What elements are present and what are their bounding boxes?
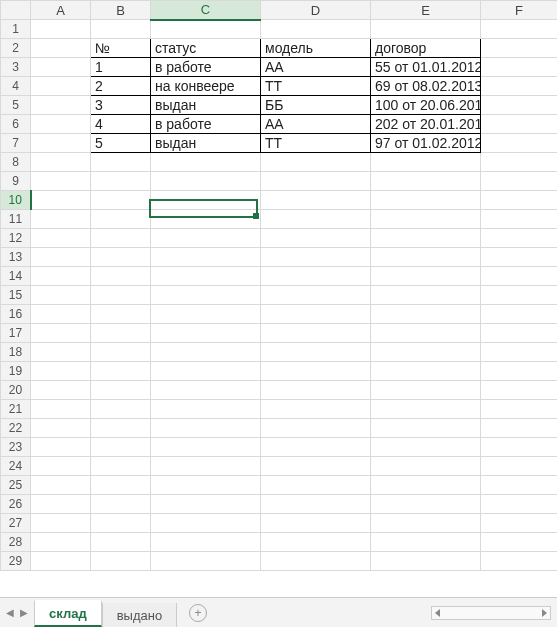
cell-C19[interactable] <box>151 362 261 381</box>
cell-F4[interactable] <box>481 77 558 96</box>
cell-C17[interactable] <box>151 324 261 343</box>
row-header-12[interactable]: 12 <box>1 229 31 248</box>
cell-A7[interactable] <box>31 134 91 153</box>
cell-C11[interactable] <box>151 210 261 229</box>
row-header-16[interactable]: 16 <box>1 305 31 324</box>
cell-F14[interactable] <box>481 267 558 286</box>
cell-D6[interactable]: АА <box>261 115 371 134</box>
cell-A17[interactable] <box>31 324 91 343</box>
cell-C13[interactable] <box>151 248 261 267</box>
cell-C8[interactable] <box>151 153 261 172</box>
cell-B26[interactable] <box>91 495 151 514</box>
row-header-26[interactable]: 26 <box>1 495 31 514</box>
cell-F17[interactable] <box>481 324 558 343</box>
cell-D18[interactable] <box>261 343 371 362</box>
cell-C26[interactable] <box>151 495 261 514</box>
row-header-24[interactable]: 24 <box>1 457 31 476</box>
row-header-21[interactable]: 21 <box>1 400 31 419</box>
row-header-22[interactable]: 22 <box>1 419 31 438</box>
cell-D12[interactable] <box>261 229 371 248</box>
cell-C9[interactable] <box>151 172 261 191</box>
cell-D22[interactable] <box>261 419 371 438</box>
cell-B2[interactable]: № <box>91 39 151 58</box>
cell-E18[interactable] <box>371 343 481 362</box>
spreadsheet-area[interactable]: ABCDEF 12№статусмодельдоговор31в работеА… <box>0 0 557 597</box>
cell-C5[interactable]: выдан <box>151 96 261 115</box>
cell-F16[interactable] <box>481 305 558 324</box>
cell-B17[interactable] <box>91 324 151 343</box>
cell-A9[interactable] <box>31 172 91 191</box>
cell-D16[interactable] <box>261 305 371 324</box>
cell-A1[interactable] <box>31 20 91 39</box>
cell-E27[interactable] <box>371 514 481 533</box>
cell-B24[interactable] <box>91 457 151 476</box>
cell-F12[interactable] <box>481 229 558 248</box>
cell-F3[interactable] <box>481 58 558 77</box>
cell-D25[interactable] <box>261 476 371 495</box>
cell-A2[interactable] <box>31 39 91 58</box>
cell-C20[interactable] <box>151 381 261 400</box>
cell-E7[interactable]: 97 от 01.02.2012 <box>371 134 481 153</box>
cell-A6[interactable] <box>31 115 91 134</box>
cell-C28[interactable] <box>151 533 261 552</box>
cell-A20[interactable] <box>31 381 91 400</box>
cell-E22[interactable] <box>371 419 481 438</box>
cell-D20[interactable] <box>261 381 371 400</box>
cell-B19[interactable] <box>91 362 151 381</box>
cell-E15[interactable] <box>371 286 481 305</box>
col-header-A[interactable]: A <box>31 1 91 20</box>
row-header-27[interactable]: 27 <box>1 514 31 533</box>
cell-A18[interactable] <box>31 343 91 362</box>
cell-D27[interactable] <box>261 514 371 533</box>
cell-B12[interactable] <box>91 229 151 248</box>
cell-B11[interactable] <box>91 210 151 229</box>
cell-A3[interactable] <box>31 58 91 77</box>
cell-F25[interactable] <box>481 476 558 495</box>
cell-E5[interactable]: 100 от 20.06.2013 <box>371 96 481 115</box>
col-header-D[interactable]: D <box>261 1 371 20</box>
select-all-corner[interactable] <box>1 1 31 20</box>
cell-F18[interactable] <box>481 343 558 362</box>
cell-B6[interactable]: 4 <box>91 115 151 134</box>
cell-B20[interactable] <box>91 381 151 400</box>
row-header-9[interactable]: 9 <box>1 172 31 191</box>
cell-D21[interactable] <box>261 400 371 419</box>
cell-C29[interactable] <box>151 552 261 571</box>
cell-B3[interactable]: 1 <box>91 58 151 77</box>
cell-A8[interactable] <box>31 153 91 172</box>
col-header-E[interactable]: E <box>371 1 481 20</box>
cell-F11[interactable] <box>481 210 558 229</box>
row-header-1[interactable]: 1 <box>1 20 31 39</box>
cell-C10[interactable] <box>151 191 261 210</box>
row-header-19[interactable]: 19 <box>1 362 31 381</box>
cell-B8[interactable] <box>91 153 151 172</box>
cell-E12[interactable] <box>371 229 481 248</box>
row-header-5[interactable]: 5 <box>1 96 31 115</box>
cell-B27[interactable] <box>91 514 151 533</box>
cell-D2[interactable]: модель <box>261 39 371 58</box>
col-header-B[interactable]: B <box>91 1 151 20</box>
row-header-20[interactable]: 20 <box>1 381 31 400</box>
cell-A13[interactable] <box>31 248 91 267</box>
row-header-11[interactable]: 11 <box>1 210 31 229</box>
cell-E17[interactable] <box>371 324 481 343</box>
sheet-tab-выдано[interactable]: выдано <box>102 603 177 627</box>
cell-F6[interactable] <box>481 115 558 134</box>
cell-D10[interactable] <box>261 191 371 210</box>
cell-D4[interactable]: ТТ <box>261 77 371 96</box>
cell-E24[interactable] <box>371 457 481 476</box>
cell-E28[interactable] <box>371 533 481 552</box>
row-header-23[interactable]: 23 <box>1 438 31 457</box>
cell-E4[interactable]: 69 от 08.02.2013 <box>371 77 481 96</box>
cell-C14[interactable] <box>151 267 261 286</box>
cell-F22[interactable] <box>481 419 558 438</box>
cell-grid[interactable]: ABCDEF 12№статусмодельдоговор31в работеА… <box>0 0 557 571</box>
cell-F9[interactable] <box>481 172 558 191</box>
cell-B25[interactable] <box>91 476 151 495</box>
row-header-4[interactable]: 4 <box>1 77 31 96</box>
cell-B4[interactable]: 2 <box>91 77 151 96</box>
row-header-8[interactable]: 8 <box>1 153 31 172</box>
cell-D1[interactable] <box>261 20 371 39</box>
cell-F7[interactable] <box>481 134 558 153</box>
cell-E11[interactable] <box>371 210 481 229</box>
